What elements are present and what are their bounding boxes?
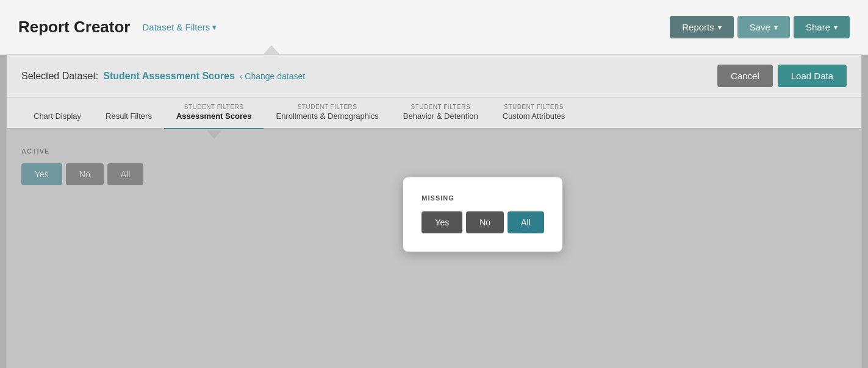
save-button[interactable]: Save xyxy=(737,16,790,38)
app-title: Report Creator xyxy=(18,18,130,37)
modal-no-button[interactable]: No xyxy=(466,211,504,233)
top-bar: Report Creator Dataset & Filters Reports… xyxy=(0,0,868,55)
tab-chart-display[interactable]: Chart Display xyxy=(21,97,93,128)
modal-label: MISSING xyxy=(421,194,543,202)
missing-modal: MISSING Yes No All xyxy=(403,177,562,252)
reports-button[interactable]: Reports xyxy=(670,16,734,38)
tab-behavior-category: STUDENT FILTERS xyxy=(403,104,478,110)
tab-custom-label: Custom Attributes xyxy=(503,111,565,121)
share-button[interactable]: Share xyxy=(794,16,850,38)
cancel-button[interactable]: Cancel xyxy=(717,65,773,87)
tab-enrollments-demographics[interactable]: STUDENT FILTERS Enrollments & Demographi… xyxy=(264,97,390,128)
modal-overlay: MISSING Yes No All xyxy=(7,129,861,368)
tab-behavior-label: Behavior & Detention xyxy=(403,111,478,121)
tab-behavior-detention[interactable]: STUDENT FILTERS Behavior & Detention xyxy=(391,97,490,128)
dataset-header: Selected Dataset: Student Assessment Sco… xyxy=(7,55,861,97)
content-area: ACTIVE Yes No All MISSING Yes No All xyxy=(7,129,861,368)
dataset-actions: Cancel Load Data xyxy=(717,65,847,87)
tab-chart-display-label: Chart Display xyxy=(34,111,81,121)
top-bar-right: Reports Save Share xyxy=(670,16,850,38)
tab-assessment-scores-category: STUDENT FILTERS xyxy=(176,104,252,110)
change-dataset-button[interactable]: Change dataset xyxy=(240,71,305,81)
tab-result-filters-label: Result Filters xyxy=(106,111,152,121)
dataset-label-row: Selected Dataset: Student Assessment Sco… xyxy=(21,71,305,82)
tab-enrollments-category: STUDENT FILTERS xyxy=(276,104,378,110)
tab-result-filters[interactable]: Result Filters xyxy=(93,97,164,128)
dataset-name: Student Assessment Scores xyxy=(103,71,234,82)
tab-assessment-scores-label: Assessment Scores xyxy=(176,111,252,121)
panel-caret xyxy=(263,45,280,55)
modal-all-button[interactable]: All xyxy=(508,211,544,233)
dataset-filter-button[interactable]: Dataset & Filters xyxy=(142,22,217,32)
tab-result-filters-category xyxy=(106,104,152,110)
top-bar-left: Report Creator Dataset & Filters xyxy=(18,18,217,37)
tab-chart-display-category xyxy=(34,104,81,110)
tab-assessment-scores[interactable]: STUDENT FILTERS Assessment Scores xyxy=(164,97,264,128)
tabs-row: Chart Display Result Filters STUDENT FIL… xyxy=(7,97,861,129)
load-data-button[interactable]: Load Data xyxy=(778,65,847,87)
tab-custom-category: STUDENT FILTERS xyxy=(503,104,565,110)
tab-enrollments-label: Enrollments & Demographics xyxy=(276,111,378,121)
selected-dataset-text: Selected Dataset: xyxy=(21,71,98,82)
modal-toggle-group: Yes No All xyxy=(421,211,543,233)
modal-yes-button[interactable]: Yes xyxy=(421,211,462,233)
tab-custom-attributes[interactable]: STUDENT FILTERS Custom Attributes xyxy=(490,97,578,128)
main-panel: Selected Dataset: Student Assessment Sco… xyxy=(6,55,862,368)
